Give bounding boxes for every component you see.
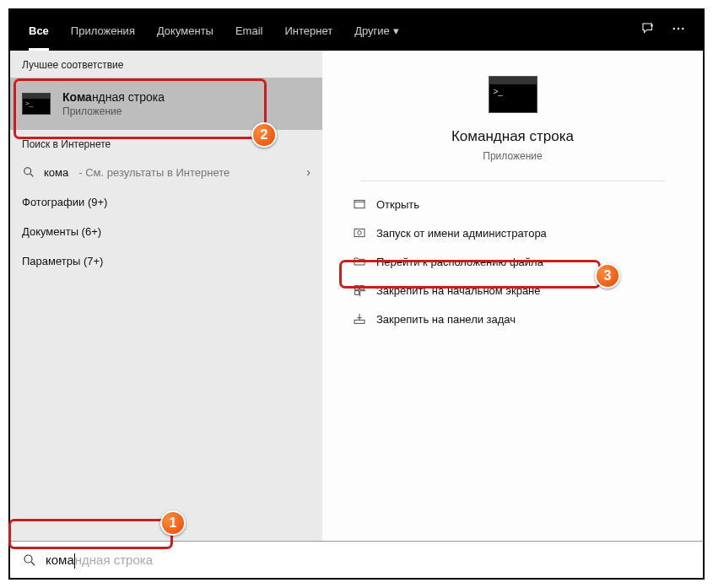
divider [360, 181, 665, 181]
action-label: Закрепить на панели задач [376, 313, 516, 326]
open-icon [353, 197, 366, 211]
annotation-badge-2: 2 [251, 122, 277, 148]
preview-app-type: Приложение [483, 150, 542, 162]
results-panel: Лучшее соответствие >_ Командная строка … [10, 51, 322, 541]
search-suggestion-text: ндная строка [75, 553, 153, 567]
svg-rect-11 [354, 320, 365, 323]
action-label: Закрепить на начальном экране [376, 284, 541, 297]
more-options-icon[interactable] [671, 21, 686, 40]
action-open-location[interactable]: Перейти к расположению файла [348, 247, 678, 276]
tab-docs[interactable]: Документы [149, 10, 222, 51]
result-title: Командная строка [62, 90, 165, 104]
tab-all[interactable]: Все [20, 10, 57, 51]
cmd-icon: >_ [22, 93, 51, 115]
tab-more[interactable]: Другие▾ [346, 10, 408, 51]
action-run-as-admin[interactable]: Запуск от имени администратора [348, 218, 678, 247]
filter-tabs: Все Приложения Документы Email Интернет … [20, 10, 640, 51]
tab-label: Другие [354, 24, 390, 37]
svg-point-4 [24, 168, 31, 175]
best-match-heading: Лучшее соответствие [10, 51, 322, 78]
svg-rect-8 [355, 286, 359, 290]
web-search-result[interactable]: кома - См. результаты в Интернете › [10, 157, 322, 187]
search-icon [22, 165, 35, 179]
tab-label: Документы [157, 24, 213, 37]
svg-rect-7 [354, 229, 365, 236]
search-input[interactable]: командная строка [46, 553, 153, 568]
best-match-result[interactable]: >_ Командная строка Приложение [10, 78, 322, 130]
search-bar[interactable]: командная строка [10, 541, 703, 578]
feedback-icon[interactable] [640, 21, 656, 40]
pin-taskbar-icon [353, 312, 366, 326]
svg-point-2 [678, 28, 679, 30]
tab-label: Приложения [71, 24, 135, 37]
category-settings[interactable]: Параметры (7+) [10, 246, 322, 276]
tab-label: Email [235, 24, 263, 37]
folder-icon [353, 255, 366, 268]
action-pin-start[interactable]: Закрепить на начальном экране [348, 276, 678, 305]
annotation-badge-3: 3 [595, 263, 620, 289]
top-filter-bar: Все Приложения Документы Email Интернет … [10, 10, 703, 51]
action-pin-taskbar[interactable]: Закрепить на панели задач [348, 305, 678, 333]
shield-icon [353, 226, 366, 240]
svg-point-0 [651, 25, 653, 27]
web-query-text: кома [44, 166, 68, 179]
cmd-icon-large: >_ [489, 76, 537, 113]
search-icon [22, 553, 37, 568]
top-right-icons [640, 21, 693, 40]
chevron-right-icon: › [306, 165, 311, 179]
preview-panel: >_ Командная строка Приложение Открыть З… [322, 51, 703, 541]
action-label: Открыть [376, 198, 419, 211]
svg-rect-9 [360, 286, 365, 290]
annotation-badge-1: 1 [160, 510, 186, 536]
svg-line-13 [31, 562, 35, 565]
search-typed-text: кома [46, 553, 74, 567]
tab-internet[interactable]: Интернет [276, 10, 341, 51]
best-match-text: Командная строка Приложение [62, 90, 165, 117]
svg-point-12 [24, 555, 32, 563]
tab-label: Интернет [284, 24, 332, 37]
chevron-down-icon: ▾ [393, 24, 399, 37]
svg-point-1 [673, 28, 675, 30]
result-subtitle: Приложение [62, 105, 165, 117]
svg-line-5 [30, 174, 33, 176]
web-query-sub: - См. результаты в Интернете [78, 166, 230, 179]
tab-apps[interactable]: Приложения [62, 10, 143, 51]
category-photos[interactable]: Фотографии (9+) [10, 187, 322, 217]
tab-label: Все [29, 24, 49, 37]
svg-point-3 [682, 28, 683, 30]
pin-start-icon [353, 283, 366, 297]
svg-rect-10 [355, 291, 359, 295]
action-label: Перейти к расположению файла [376, 256, 543, 268]
category-documents[interactable]: Документы (6+) [10, 217, 322, 246]
action-label: Запуск от имени администратора [376, 227, 547, 240]
preview-app-name: Командная строка [451, 128, 574, 145]
action-open[interactable]: Открыть [348, 190, 678, 218]
svg-rect-6 [354, 200, 365, 208]
tab-email[interactable]: Email [227, 10, 272, 51]
actions-list: Открыть Запуск от имени администратора П… [322, 190, 703, 333]
